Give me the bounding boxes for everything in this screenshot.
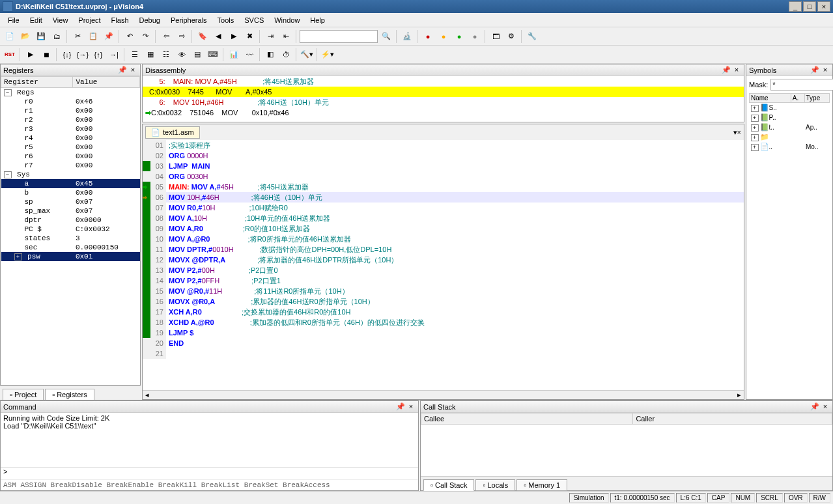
code-line[interactable]: 15MOV @R0,#11H ;将11H送R0所指单元（10H） xyxy=(143,286,744,296)
tree-toggle-icon[interactable]: + xyxy=(751,124,759,132)
run-button[interactable]: ▶ xyxy=(23,48,38,62)
pin-icon[interactable]: 📌 xyxy=(810,402,819,412)
pin-icon[interactable]: 📌 xyxy=(118,66,127,75)
bookmark-clear-button[interactable]: ✖ xyxy=(242,29,257,44)
menu-help[interactable]: Help xyxy=(305,15,330,25)
save-button[interactable]: 💾 xyxy=(34,29,48,44)
reg-row[interactable]: r40x00 xyxy=(1,133,140,143)
code-line[interactable]: 18XCHD A,@R0 ;累加器的低四和R0所指单元（46H）的低四位进行交换 xyxy=(143,317,744,328)
reg-row[interactable]: b0x00 xyxy=(1,188,140,197)
code-line[interactable]: 08MOV A,10H ;10H单元的值46H送累加器 xyxy=(143,213,744,223)
symbol-row[interactable]: +📘S.. xyxy=(750,103,830,113)
redo-button[interactable]: ↷ xyxy=(138,29,152,44)
sym-header-addr[interactable]: A. xyxy=(791,94,804,103)
callstack-table[interactable]: Callee Caller xyxy=(421,413,832,425)
tab-call-stack[interactable]: ▫ Call Stack xyxy=(423,479,474,491)
breakpoint-kill-button[interactable]: ● xyxy=(468,29,482,44)
mask-input[interactable] xyxy=(770,79,833,91)
step-out-button[interactable]: {↑} xyxy=(91,48,106,62)
minimize-button[interactable]: _ xyxy=(789,1,802,12)
sym-header-type[interactable]: Type xyxy=(804,94,829,103)
tree-toggle-icon[interactable]: − xyxy=(4,89,12,96)
undo-button[interactable]: ↶ xyxy=(122,29,137,44)
reg-row[interactable]: sp_max0x07 xyxy=(1,206,140,216)
run-to-cursor-button[interactable]: →| xyxy=(107,48,121,62)
code-line[interactable]: 10MOV A,@R0 ;将R0所指单元的值46H送累加器 xyxy=(143,234,744,244)
maximize-button[interactable]: □ xyxy=(803,1,816,12)
window-button[interactable]: 🗔 xyxy=(488,29,503,44)
close-panel-icon[interactable]: × xyxy=(821,66,830,75)
cs-header-caller[interactable]: Caller xyxy=(633,413,832,425)
reg-row[interactable]: a0x45 xyxy=(1,179,140,188)
tree-toggle-icon[interactable]: + xyxy=(751,105,759,112)
reset-button[interactable]: RST xyxy=(3,48,17,62)
disasm-line[interactable]: 5: MAIN: MOV A,#45H ;将45H送累加器 xyxy=(143,76,744,87)
breakpoint-enable-button[interactable]: ● xyxy=(452,29,466,44)
bookmark-next-button[interactable]: ▶ xyxy=(227,29,241,44)
config-button[interactable]: ⚙ xyxy=(504,29,518,44)
symbols-table[interactable]: Name A. Type +📘S..+📗P..+📗t..Ap..+📁+📄..Mo… xyxy=(749,93,830,152)
pin-icon[interactable]: 📌 xyxy=(396,402,405,412)
tab-registers[interactable]: ▫ Registers xyxy=(45,389,94,400)
code-line[interactable]: 09MOV A,R0 ;R0的值10H送累加器 xyxy=(143,223,744,234)
trace-button[interactable]: 〰 xyxy=(242,48,257,62)
nav-back-button[interactable]: ⇦ xyxy=(159,29,173,44)
scroll-left-icon[interactable]: ◂ xyxy=(143,391,152,399)
symbol-row[interactable]: +📄..Mo.. xyxy=(750,142,830,152)
tree-toggle-icon[interactable]: + xyxy=(751,144,759,151)
outdent-button[interactable]: ⇤ xyxy=(279,29,293,44)
symbol-row[interactable]: +📁 xyxy=(750,132,830,142)
symbol-row[interactable]: +📗t..Ap.. xyxy=(750,122,830,132)
code-line[interactable]: 12MOVX @DPTR,A ;将累加器的值46H送DPTR所指单元（10H） xyxy=(143,255,744,265)
code-line[interactable]: 13MOV P2,#00H ;P2口置0 xyxy=(143,265,744,275)
menu-flash[interactable]: Flash xyxy=(106,15,134,25)
reg-row[interactable]: r70x00 xyxy=(1,161,140,170)
close-panel-icon[interactable]: × xyxy=(732,66,741,75)
code-line[interactable]: 16MOVX @R0,A ;累加器的值46H送R0所指单元（10H） xyxy=(143,296,744,307)
stop-button[interactable]: ⏹ xyxy=(39,48,53,62)
paste-button[interactable]: 📌 xyxy=(102,29,116,44)
code-line[interactable]: 04ORG 0030H xyxy=(143,171,744,182)
close-panel-icon[interactable]: × xyxy=(406,402,416,412)
code-line[interactable]: 21 xyxy=(143,348,744,359)
close-panel-icon[interactable]: × xyxy=(128,66,137,75)
reg-row[interactable]: states3 xyxy=(1,234,140,243)
tools-button[interactable]: 🔧 xyxy=(525,29,539,44)
code-line[interactable]: ➡05MAIN: MOV A,#45H ;将45H送累加器 xyxy=(143,182,744,192)
show-callstack-button[interactable]: ☷ xyxy=(159,48,173,62)
reg-row[interactable]: sp0x07 xyxy=(1,197,140,206)
pin-icon[interactable]: 📌 xyxy=(810,66,819,75)
step-over-button[interactable]: {→} xyxy=(76,48,90,62)
cs-header-callee[interactable]: Callee xyxy=(421,413,633,425)
disasm-line[interactable]: 6: MOV 10H,#46H ;将46H送（10H）单元 xyxy=(143,97,744,107)
menu-peripherals[interactable]: Peripherals xyxy=(165,15,212,25)
reg-row[interactable]: r30x00 xyxy=(1,124,140,133)
debug-button[interactable]: 🔬 xyxy=(400,29,414,44)
reg-row[interactable]: sec0.00000150 xyxy=(1,243,140,252)
tools2-button[interactable]: 🔨▾ xyxy=(300,48,314,62)
symbol-row[interactable]: +📗P.. xyxy=(750,113,830,122)
code-line[interactable]: 14MOV P2,#0FFH ;P2口置1 xyxy=(143,275,744,286)
disasm-line[interactable]: ➡C:0x0032 751046 MOV 0x10,#0x46 xyxy=(143,107,744,118)
copy-button[interactable]: 📋 xyxy=(86,29,100,44)
menu-edit[interactable]: Edit xyxy=(25,15,48,25)
analyzer-button[interactable]: 📊 xyxy=(227,48,241,62)
tree-toggle-icon[interactable]: + xyxy=(751,115,759,122)
tab-locals[interactable]: ▫ Locals xyxy=(475,479,515,491)
reg-row[interactable]: r20x00 xyxy=(1,115,140,124)
menu-svcs[interactable]: SVCS xyxy=(239,15,269,25)
breakpoint-disable-button[interactable]: ● xyxy=(436,29,451,44)
menu-debug[interactable]: Debug xyxy=(134,15,165,25)
code-line[interactable]: 02ORG 0000H xyxy=(143,150,744,161)
saveall-button[interactable]: 🗂 xyxy=(49,29,64,44)
bookmark-button[interactable]: 🔖 xyxy=(195,29,210,44)
nav-fwd-button[interactable]: ⇨ xyxy=(175,29,189,44)
reg-row[interactable]: r00x46 xyxy=(1,97,140,106)
disasm-line[interactable]: C:0x0030 7445 MOV A,#0x45 xyxy=(143,87,744,97)
menu-window[interactable]: Window xyxy=(269,15,305,25)
show-memory-button[interactable]: ▤ xyxy=(190,48,205,62)
command-input[interactable] xyxy=(10,468,418,479)
reg-row[interactable]: r60x00 xyxy=(1,152,140,161)
pin-icon[interactable]: 📌 xyxy=(722,66,731,75)
reg-row[interactable]: r10x00 xyxy=(1,106,140,115)
